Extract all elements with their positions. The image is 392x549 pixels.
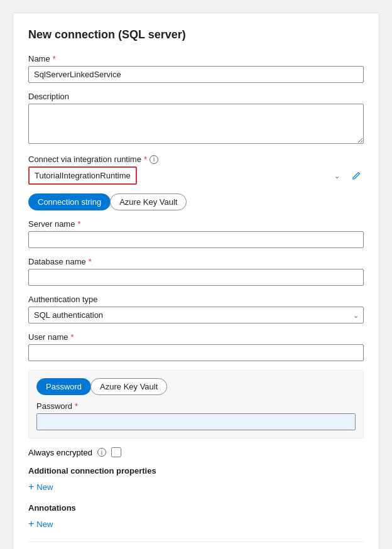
server-name-field-group: Server name * xyxy=(28,219,364,248)
password-azure-key-vault-tab[interactable]: Azure Key Vault xyxy=(90,378,167,395)
always-encrypted-label: Always encrypted xyxy=(28,448,92,457)
password-required-star: * xyxy=(75,401,78,411)
description-field-group: Description xyxy=(28,92,364,146)
auth-type-field-group: Authentication type SQL authentication ⌄ xyxy=(28,295,364,323)
user-name-field-group: User name * xyxy=(28,332,364,361)
user-name-required-star: * xyxy=(71,332,74,342)
new-connection-panel: New connection (SQL server) Name * Descr… xyxy=(13,13,379,549)
annotations-plus-icon: + xyxy=(28,519,34,529)
password-tab-group: Password Azure Key Vault xyxy=(36,378,356,395)
panel-title: New connection (SQL server) xyxy=(28,28,364,41)
name-required-star: * xyxy=(53,54,56,63)
always-encrypted-info-icon[interactable]: i xyxy=(97,448,106,457)
auth-type-label: Authentication type xyxy=(28,295,364,304)
password-tab[interactable]: Password xyxy=(36,378,91,395)
server-name-required-star: * xyxy=(77,219,80,229)
runtime-required-star: * xyxy=(144,155,147,164)
runtime-chevron-icon: ⌄ xyxy=(334,171,340,180)
database-name-input[interactable] xyxy=(28,269,364,286)
database-name-required-star: * xyxy=(89,257,92,266)
auth-type-select-wrapper: SQL authentication ⌄ xyxy=(28,307,364,323)
password-section: Password Azure Key Vault Password * xyxy=(28,370,364,438)
runtime-field-group: Connect via integration runtime * i Tuto… xyxy=(28,155,364,185)
always-encrypted-checkbox[interactable] xyxy=(111,447,121,457)
user-name-label: User name * xyxy=(28,332,364,342)
runtime-label: Connect via integration runtime * i xyxy=(28,155,364,164)
annotations-group: Annotations + New xyxy=(28,503,364,531)
bottom-bar: Create Back ✓ Connection successful ⚡ Te… xyxy=(28,541,364,549)
description-label: Description xyxy=(28,92,364,101)
user-name-input[interactable] xyxy=(28,344,364,361)
password-label: Password * xyxy=(36,401,356,411)
database-name-label: Database name * xyxy=(28,257,364,266)
additional-connection-plus-icon: + xyxy=(28,482,34,492)
runtime-info-icon[interactable]: i xyxy=(150,155,158,164)
runtime-select-wrapper: TutorialIntegrationRuntime ⌄ xyxy=(28,166,345,185)
name-label: Name * xyxy=(28,54,364,63)
database-name-field-group: Database name * xyxy=(28,257,364,286)
connection-string-tab[interactable]: Connection string xyxy=(28,193,111,210)
password-input[interactable] xyxy=(36,413,356,430)
auth-type-select[interactable]: SQL authentication xyxy=(28,307,364,323)
connection-type-tab-group: Connection string Azure Key Vault xyxy=(28,193,364,210)
additional-connection-group: Additional connection properties + New xyxy=(28,466,364,494)
name-field-group: Name * xyxy=(28,54,364,83)
name-input[interactable] xyxy=(28,66,364,83)
azure-key-vault-tab[interactable]: Azure Key Vault xyxy=(110,193,187,210)
runtime-edit-button[interactable] xyxy=(349,168,364,183)
password-field-group: Password * xyxy=(36,401,356,430)
description-input[interactable] xyxy=(28,104,364,144)
annotations-label: Annotations xyxy=(28,503,364,513)
server-name-label: Server name * xyxy=(28,219,364,229)
additional-connection-label: Additional connection properties xyxy=(28,466,364,476)
runtime-select[interactable]: TutorialIntegrationRuntime xyxy=(28,166,137,185)
runtime-row: TutorialIntegrationRuntime ⌄ xyxy=(28,166,364,185)
additional-connection-add-button[interactable]: + New xyxy=(28,479,53,494)
annotations-add-button[interactable]: + New xyxy=(28,516,53,531)
server-name-input[interactable] xyxy=(28,231,364,248)
always-encrypted-row: Always encrypted i xyxy=(28,447,364,457)
